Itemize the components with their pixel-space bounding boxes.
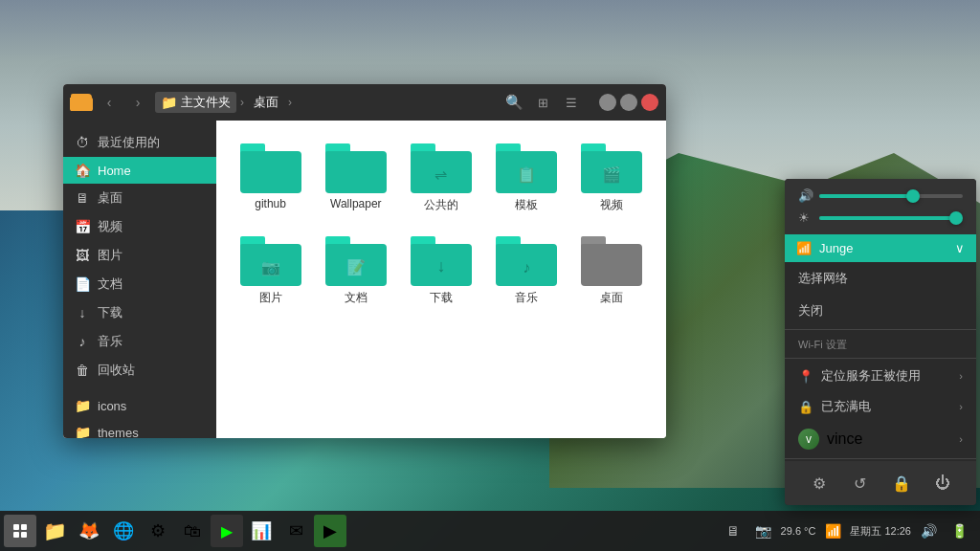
- location-chevron: ›: [959, 370, 963, 382]
- icon-view-button[interactable]: ⊞: [530, 90, 555, 115]
- datetime-display[interactable]: 星期五 12:26: [850, 524, 911, 538]
- sidebar-item-recent[interactable]: ⏱ 最近使用的: [63, 128, 216, 157]
- network-icon[interactable]: 📶: [819, 518, 846, 544]
- battery-taskbar-icon[interactable]: 🔋: [946, 518, 972, 544]
- file-label-downloads: 下载: [430, 290, 453, 306]
- folder-icon-github: [240, 143, 301, 193]
- sidebar-item-desktop[interactable]: 🖥 桌面: [63, 184, 216, 212]
- taskbar-mail-button[interactable]: ✉: [279, 515, 312, 547]
- taskbar-store-button[interactable]: 🛍: [176, 515, 209, 547]
- video-icon: 📅: [75, 219, 90, 234]
- system-tray-popup: 🔊 ☀ 📶 Junge ∨ 选择网络: [785, 179, 976, 505]
- taskbar-left: 📁 🦊 🌐 ⚙ 🛍 ▶ 📊 ✉ ▶: [4, 515, 346, 547]
- close-button[interactable]: ✕: [641, 94, 658, 111]
- volume-track[interactable]: [819, 194, 963, 198]
- file-label-public: 公共的: [424, 197, 458, 213]
- file-label-github: github: [255, 197, 286, 210]
- file-item-desktop-folder[interactable]: 桌面: [573, 229, 651, 314]
- refresh-action-button[interactable]: ↺: [846, 469, 875, 497]
- sidebar-item-trash[interactable]: 🗑 回收站: [63, 356, 216, 385]
- lock-action-button[interactable]: 🔒: [887, 469, 916, 497]
- taskbar-files-button[interactable]: 📁: [38, 515, 71, 547]
- breadcrumb-desktop[interactable]: 桌面: [248, 92, 284, 113]
- user-chevron: ›: [959, 433, 963, 445]
- file-item-github[interactable]: github: [232, 136, 309, 221]
- taskbar-settings-button[interactable]: ⚙: [142, 515, 174, 547]
- document-icon: 📝: [346, 258, 366, 276]
- temperature-indicator: 29.6 °C: [781, 525, 816, 537]
- forward-button[interactable]: ›: [126, 91, 149, 114]
- file-label-wallpaper: Wallpaper: [330, 197, 382, 210]
- taskbar-right: 🖥 📷 29.6 °C 📶 星期五 12:26 🔊 🔋: [720, 518, 976, 544]
- file-item-music[interactable]: ♪ 音乐: [488, 229, 566, 314]
- popup-battery[interactable]: 🔒 已充满电 ›: [785, 391, 976, 422]
- folder-icon-music: ♪: [496, 236, 557, 286]
- sidebar-item-downloads[interactable]: ↓ 下载: [63, 298, 216, 327]
- popup-location[interactable]: 📍 定位服务正被使用 ›: [785, 361, 976, 391]
- file-label-documents: 文档: [345, 290, 368, 306]
- popup-wifi-settings-label: Wi-Fi 设置: [785, 332, 976, 356]
- music-folder-icon: ♪: [523, 259, 530, 276]
- brightness-thumb[interactable]: [949, 211, 963, 225]
- file-item-pictures[interactable]: 📷 图片: [232, 229, 309, 314]
- volume-taskbar-icon[interactable]: 🔊: [915, 518, 942, 544]
- sidebar-item-themes[interactable]: 📁 themes: [63, 419, 216, 438]
- folder-icon-desktop: [581, 236, 642, 286]
- sidebar-item-home[interactable]: 🏠 Home: [63, 157, 216, 184]
- sidebar-item-icons[interactable]: 📁 icons: [63, 392, 216, 419]
- file-item-downloads[interactable]: ↓ 下载: [402, 229, 479, 314]
- titlebar: ‹ › 📁 主文件夹 › 桌面 › 🔍 ⊞ ☰ − □ ✕: [63, 84, 666, 121]
- svg-rect-1: [21, 524, 27, 530]
- back-button[interactable]: ‹: [98, 91, 121, 114]
- screenshot-icon[interactable]: 📷: [750, 518, 777, 544]
- popup-wifi-network[interactable]: 📶 Junge ∨: [785, 234, 976, 262]
- taskbar-firefox-button[interactable]: 🦊: [73, 515, 105, 547]
- sidebar-item-video[interactable]: 📅 视频: [63, 212, 216, 241]
- documents-icon: 📄: [75, 276, 90, 292]
- power-action-button[interactable]: ⏻: [928, 469, 957, 497]
- taskbar-chrome-button[interactable]: 🌐: [107, 515, 140, 547]
- minimize-button[interactable]: −: [599, 94, 616, 111]
- maximize-button[interactable]: □: [620, 94, 637, 111]
- battery-chevron: ›: [959, 401, 963, 412]
- user-name: vince: [827, 430, 862, 448]
- file-item-documents[interactable]: 📝 文档: [317, 229, 394, 314]
- sidebar-item-pictures[interactable]: 🖼 图片: [63, 241, 216, 270]
- popup-select-network[interactable]: 选择网络: [785, 262, 976, 295]
- popup-divider2: [785, 358, 976, 359]
- volume-fill: [819, 194, 913, 198]
- downloads-icon: ↓: [75, 305, 90, 320]
- file-item-templates[interactable]: 📋 模板: [488, 136, 566, 221]
- popup-disconnect[interactable]: 关闭: [785, 295, 976, 327]
- popup-user[interactable]: v vince ›: [785, 422, 976, 456]
- volume-thumb[interactable]: [906, 189, 920, 203]
- folder-icon-videos: 🎬: [581, 143, 642, 193]
- svg-rect-2: [13, 532, 19, 538]
- home-icon: 🏠: [75, 163, 90, 178]
- taskbar-terminal-button[interactable]: ▶: [211, 515, 243, 547]
- sidebar-item-music[interactable]: ♪ 音乐: [63, 327, 216, 356]
- brightness-track[interactable]: [819, 216, 963, 220]
- folder-icon-public: ⇌: [411, 143, 472, 193]
- file-item-videos[interactable]: 🎬 视频: [573, 136, 651, 221]
- search-button[interactable]: 🔍: [501, 90, 526, 115]
- folder-icon-documents: 📝: [325, 236, 387, 286]
- taskbar-office-button[interactable]: 📊: [245, 515, 278, 547]
- settings-action-button[interactable]: ⚙: [805, 469, 834, 497]
- usb-icon[interactable]: 🖥: [720, 518, 746, 544]
- temp-value: 29.6 °C: [781, 525, 816, 537]
- wifi-signal-icon: 📶: [796, 241, 812, 255]
- breadcrumb-home[interactable]: 📁 主文件夹: [155, 92, 236, 113]
- file-item-public[interactable]: ⇌ 公共的: [402, 136, 479, 221]
- breadcrumb: 📁 主文件夹 › 桌面 ›: [155, 92, 496, 113]
- taskbar-player-button[interactable]: ▶: [314, 515, 346, 547]
- taskbar-apps-button[interactable]: [4, 515, 36, 547]
- file-item-wallpaper[interactable]: Wallpaper: [317, 136, 394, 221]
- battery-icon: 🔒: [798, 400, 813, 414]
- file-label-music: 音乐: [515, 290, 538, 306]
- sidebar-item-documents[interactable]: 📄 文档: [63, 270, 216, 298]
- file-grid: github Wallpaper ⇌ 公共: [216, 121, 666, 438]
- breadcrumb-separator2: ›: [288, 96, 292, 109]
- titlebar-folder-icon[interactable]: [71, 94, 92, 111]
- list-view-button[interactable]: ☰: [559, 90, 584, 115]
